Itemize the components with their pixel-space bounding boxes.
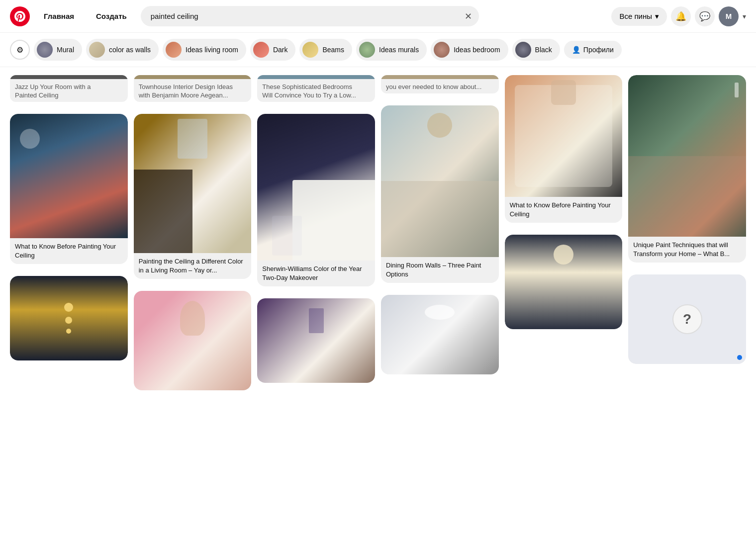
bell-icon: 🔔 [675, 11, 686, 22]
create-nav-button[interactable]: Создать [88, 7, 135, 25]
pin-card-partial-2[interactable]: Townhouse Interior Design Ideaswith Benj… [134, 75, 252, 102]
pin-card-1[interactable]: What to Know Before Painting Your Ceilin… [10, 114, 128, 264]
chip-ideas-bedroom[interactable]: Ideas bedroom [431, 39, 508, 61]
sliders-icon: ⚙ [16, 45, 23, 55]
chip-ideas-living-room[interactable]: Ideas living room [163, 39, 246, 61]
chip-dark[interactable]: Dark [250, 39, 296, 61]
search-clear-button[interactable]: ✕ [465, 11, 472, 22]
filter-settings-button[interactable]: ⚙ [10, 40, 30, 60]
pin-card-12[interactable]: ? [628, 274, 746, 364]
pin-caption-partial-1: Jazz Up Your Room with aPainted Ceiling [10, 79, 128, 102]
chip-ideas-bedroom-label: Ideas bedroom [454, 46, 500, 54]
chip-profile[interactable]: 👤 Профили [564, 41, 622, 59]
chip-color-as-walls-thumb [89, 42, 105, 58]
chip-dark-label: Dark [273, 46, 288, 54]
chip-color-as-walls[interactable]: color as walls [86, 39, 159, 61]
chip-black[interactable]: Black [512, 39, 560, 61]
profile-icon: 👤 [572, 46, 580, 54]
chip-ideas-living-room-label: Ideas living room [186, 46, 238, 54]
chip-black-thumb [515, 42, 531, 58]
chip-ideas-bedroom-thumb [434, 42, 450, 58]
pin-card-partial-4[interactable]: you ever needed to know about... [381, 75, 499, 93]
chip-profile-label: Профили [583, 46, 614, 54]
header: Главная Создать ✕ Все пины ▾ 🔔 💬 M ▾ [0, 0, 756, 33]
chevron-down-icon: ▾ [655, 12, 659, 21]
pin-card-7[interactable] [10, 276, 128, 360]
filter-bar: ⚙ Mural color as walls Ideas living room… [0, 33, 756, 67]
chip-mural-label: Mural [57, 46, 74, 54]
home-nav-button[interactable]: Главная [36, 7, 82, 25]
chip-ideas-murals-label: Ideas murals [379, 46, 419, 54]
profile-chevron-button[interactable]: ▾ [743, 12, 746, 20]
pin-caption-partial-4: you ever needed to know about... [381, 79, 499, 93]
pins-filter-button[interactable]: Все пины ▾ [611, 7, 667, 26]
chip-ideas-living-room-thumb [166, 42, 182, 58]
messages-button[interactable]: 💬 [695, 6, 715, 26]
pin-caption-partial-3: These Sophisticated BedroomsWill Convinc… [257, 79, 375, 102]
pin-card-5[interactable]: What to Know Before Painting Your Ceilin… [505, 75, 623, 223]
pin-card-6[interactable]: Unique Paint Techniques that will Transf… [628, 75, 746, 263]
pin-card-2[interactable]: Painting the Ceiling a Different Color i… [134, 114, 252, 279]
search-input[interactable] [141, 6, 479, 26]
chat-icon: 💬 [699, 11, 710, 22]
pins-filter-label: Все пины [619, 12, 652, 20]
notifications-button[interactable]: 🔔 [671, 6, 691, 26]
pinterest-logo[interactable] [10, 6, 30, 26]
chip-mural-thumb [37, 42, 53, 58]
chip-color-as-walls-label: color as walls [109, 46, 151, 54]
pin-card-8[interactable] [134, 291, 252, 390]
chip-beams[interactable]: Beams [299, 39, 352, 61]
chip-black-label: Black [535, 46, 552, 54]
chip-mural[interactable]: Mural [34, 39, 82, 61]
chip-beams-thumb [302, 42, 318, 58]
pin-card-partial-1[interactable]: Jazz Up Your Room with aPainted Ceiling [10, 75, 128, 102]
user-avatar-button[interactable]: M [719, 6, 739, 26]
pin-card-4[interactable]: Dining Room Walls – Three Paint Options [381, 105, 499, 283]
chip-beams-label: Beams [322, 46, 344, 54]
pin-card-3[interactable]: Sherwin-Williams Color of the Year Two-D… [257, 114, 375, 286]
pin-caption-partial-2: Townhouse Interior Design Ideaswith Benj… [134, 79, 252, 102]
chip-ideas-murals-thumb [359, 42, 375, 58]
chip-dark-thumb [253, 42, 269, 58]
header-actions: Все пины ▾ 🔔 💬 M ▾ [611, 6, 746, 26]
pin-card-11[interactable] [505, 235, 623, 329]
pin-card-9[interactable] [257, 298, 375, 383]
chip-ideas-murals[interactable]: Ideas murals [356, 39, 427, 61]
pin-card-partial-3[interactable]: These Sophisticated BedroomsWill Convinc… [257, 75, 375, 102]
pin-card-10[interactable] [381, 295, 499, 374]
search-bar: ✕ [141, 6, 479, 26]
